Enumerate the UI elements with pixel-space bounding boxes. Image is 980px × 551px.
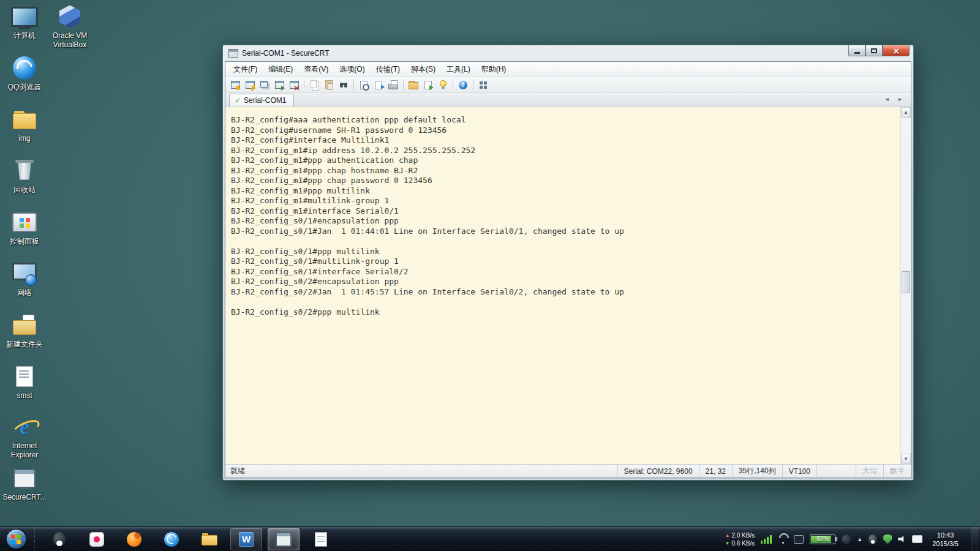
ime-icon[interactable]	[912, 535, 922, 543]
quick-connect-button[interactable]	[243, 78, 257, 92]
taskbar-app-firefox[interactable]	[118, 528, 150, 550]
terminal[interactable]: BJ-R2_config#aaa authentication ppp defa…	[225, 107, 900, 464]
new-folder-icon	[11, 312, 38, 338]
menu-help[interactable]: 帮助(H)	[476, 62, 512, 77]
minimize-button[interactable]	[848, 45, 865, 56]
session-manager-button[interactable]	[476, 78, 491, 92]
menu-edit[interactable]: 编辑(E)	[263, 62, 298, 77]
virtualbox-icon	[56, 4, 83, 29]
desktop-icon-virtualbox[interactable]: Oracle VM VirtualBox	[47, 4, 93, 50]
taskbar-app-securecrt[interactable]	[268, 528, 300, 550]
terminal-line: BJ-R2_config_m1#multilink-group 1	[231, 196, 898, 206]
desktop-icon-securecrt[interactable]: SecureCRT...	[1, 465, 48, 502]
menu-options[interactable]: 选项(O)	[334, 62, 370, 77]
input-panel-icon[interactable]	[794, 535, 804, 544]
terminal-line: BJ-R2_config_m1#interface Serial0/1	[231, 206, 898, 217]
securecrt-icon	[11, 465, 38, 491]
clock-date: 2015/3/5	[932, 539, 959, 548]
desktop-icon-label: 网络	[17, 288, 32, 298]
battery-percent: 82%	[816, 536, 829, 542]
power-icon[interactable]	[842, 534, 851, 544]
menu-transfer[interactable]: 传输(T)	[371, 62, 405, 77]
copy-button[interactable]	[307, 78, 322, 92]
desktop-icon-internet-explorer[interactable]: Internet Explorer	[1, 414, 48, 460]
start-button[interactable]	[0, 527, 32, 551]
status-terminal-size: 35行,140列	[732, 465, 782, 478]
desktop-icon-label: Internet Explorer	[1, 441, 48, 460]
close-icon: ×	[892, 47, 900, 55]
paste-button[interactable]	[322, 78, 336, 92]
desktop-icon-recycle-bin[interactable]: 回收站	[1, 158, 48, 195]
desktop-icon-smst[interactable]: smst	[1, 364, 48, 400]
taskbar-app-browser[interactable]	[156, 528, 187, 550]
desktop-icon-label: smst	[17, 391, 32, 400]
scrollbar-thumb[interactable]	[902, 271, 910, 293]
desktop-icon-control-panel[interactable]: 控制面板	[1, 209, 48, 246]
ie-icon	[11, 414, 38, 440]
connect-button[interactable]	[228, 78, 243, 92]
print-preview-button[interactable]	[356, 78, 371, 92]
scroll-up-icon[interactable]: ▲	[901, 107, 911, 118]
window-titlebar[interactable]: Serial-COM1 - SecureCRT ×	[225, 45, 911, 61]
terminal-line: BJ-R2_config_m1#ip address 10.2.0.2 255.…	[231, 146, 898, 156]
desktop-icon-qq-browser[interactable]: QQ浏览器	[1, 55, 48, 92]
toolbar-separator	[351, 78, 356, 92]
desktop-icon-network[interactable]: 网络	[1, 261, 48, 298]
terminal-line: BJ-R2_config_m1#ppp chap password 0 1234…	[231, 176, 898, 186]
hidden-icons-button[interactable]: ▲	[857, 536, 862, 542]
taskbar-clock[interactable]: 10:43 2015/3/5	[929, 531, 962, 548]
taskbar-app-notepad[interactable]	[305, 528, 337, 550]
session-options-button[interactable]	[406, 78, 421, 92]
taskbar-app-explorer[interactable]	[193, 528, 225, 550]
terminal-line: BJ-R2_config_m1#ppp authentication chap	[231, 156, 898, 166]
find-button[interactable]	[336, 78, 351, 92]
status-spacer	[816, 465, 856, 478]
tab-serial-com1[interactable]: ✓ Serial-COM1	[229, 94, 294, 107]
signal-bars-icon[interactable]	[761, 534, 772, 544]
battery-indicator[interactable]: 82%	[810, 534, 835, 544]
window-title: Serial-COM1 - SecureCRT	[242, 49, 848, 58]
desktop-icon-new-folder[interactable]: 新建文件夹	[1, 312, 48, 349]
terminal-line	[231, 236, 898, 247]
scroll-down-icon[interactable]: ▼	[901, 454, 911, 464]
run-script-button[interactable]	[421, 78, 435, 92]
taskbar-app-word[interactable]	[230, 528, 262, 550]
menu-view[interactable]: 查看(V)	[298, 62, 334, 77]
qq-app-icon	[51, 531, 67, 547]
security-shield-icon[interactable]	[883, 534, 892, 544]
close-button[interactable]: ×	[883, 45, 910, 56]
maximize-icon	[871, 48, 877, 53]
upload-arrow-icon: ▲	[725, 531, 730, 539]
network-traffic-widget[interactable]: ▲ 2.0 KB/s ▼ 0.6 KB/s	[725, 531, 755, 547]
terminal-line: BJ-R2_config_m1#ppp chap hostname BJ-R2	[231, 166, 898, 176]
vertical-scrollbar[interactable]: ▲ ▼	[900, 107, 911, 464]
maximize-button[interactable]	[865, 45, 883, 56]
show-desktop-button[interactable]	[971, 527, 979, 551]
connect-in-tab-button[interactable]	[257, 78, 272, 92]
securecrt-app-icon	[276, 531, 292, 547]
toolbar-separator	[301, 78, 307, 92]
menu-script[interactable]: 脚本(S)	[405, 62, 441, 77]
qq-tray-icon[interactable]	[869, 534, 877, 544]
menu-tools[interactable]: 工具(L)	[441, 62, 476, 77]
print-button[interactable]	[386, 78, 401, 92]
desktop-icon-computer[interactable]: 计算机	[1, 4, 48, 40]
computer-icon	[11, 4, 38, 29]
text-file-icon	[11, 364, 38, 389]
terminal-line: BJ-R2_config_s0/2#ppp multilink	[231, 307, 898, 318]
reconnect-button[interactable]	[272, 78, 287, 92]
terminal-line: BJ-R2_config_s0/1#encapsulation ppp	[231, 216, 898, 227]
upload-speed: 2.0 KB/s	[731, 531, 755, 539]
disconnect-button[interactable]	[287, 78, 301, 92]
taskbar-app-messenger[interactable]	[81, 528, 113, 550]
menu-file[interactable]: 文件(F)	[228, 62, 263, 77]
desktop-icon-img-folder[interactable]: img	[1, 107, 48, 143]
taskbar-divider	[34, 527, 40, 551]
export-button[interactable]	[371, 78, 386, 92]
tab-scroll-arrows-icon[interactable]: ◄ ►	[884, 96, 906, 102]
wireless-icon[interactable]	[778, 535, 788, 544]
taskbar-app-qq[interactable]	[43, 528, 75, 550]
keyword-highlight-button[interactable]	[435, 78, 450, 92]
volume-icon[interactable]	[898, 536, 906, 543]
help-button[interactable]	[456, 78, 470, 92]
